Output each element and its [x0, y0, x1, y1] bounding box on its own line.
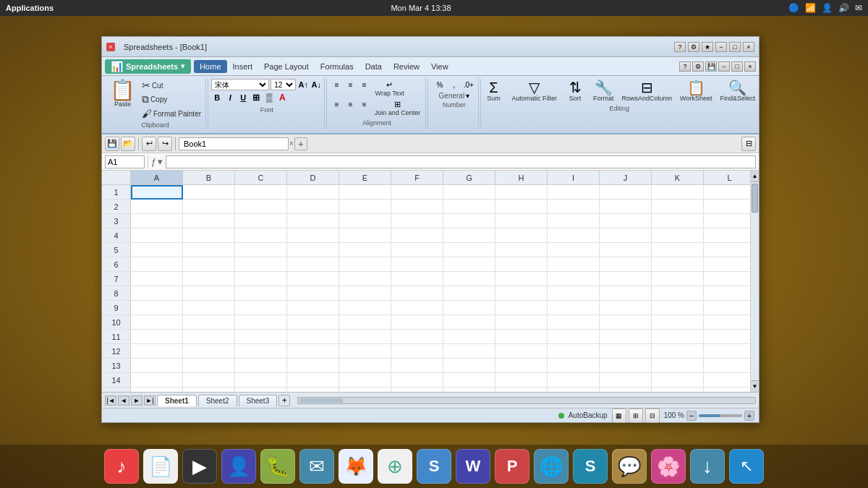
cell-k1[interactable]: [652, 185, 704, 200]
cell-g1[interactable]: [443, 185, 495, 200]
col-header-h[interactable]: H: [495, 171, 548, 184]
paste-button[interactable]: 📋 Paste: [107, 79, 138, 120]
font-color-button[interactable]: A: [276, 92, 288, 103]
italic-button[interactable]: I: [224, 92, 236, 103]
align-top-center-button[interactable]: ≡: [344, 79, 357, 90]
window-minimize-button[interactable]: −: [715, 42, 727, 52]
border-button[interactable]: ⊞: [250, 92, 262, 103]
vertical-scrollbar[interactable]: ▲ ▼: [750, 171, 759, 392]
workbook-tab-input[interactable]: [179, 137, 289, 150]
dock-mail-icon[interactable]: ✉: [299, 449, 334, 484]
row-number-3[interactable]: 3: [102, 214, 131, 228]
cell-d1[interactable]: [287, 185, 339, 200]
cell-e1[interactable]: [339, 185, 391, 200]
align-bottom-right-button[interactable]: ≡: [358, 98, 371, 110]
cell-c1[interactable]: [235, 185, 287, 200]
cell-i1[interactable]: [548, 185, 600, 200]
col-header-e[interactable]: E: [339, 171, 391, 184]
dock-skype-icon[interactable]: S: [573, 449, 608, 484]
sheet-nav-next-button[interactable]: ►: [131, 395, 142, 406]
align-top-left-button[interactable]: ≡: [331, 79, 344, 90]
sheet-nav-last-button[interactable]: ►|: [144, 395, 156, 406]
open-toolbar-btn[interactable]: 📂: [121, 137, 135, 151]
dock-firefox-icon[interactable]: 🦊: [339, 449, 373, 484]
menu-data[interactable]: Data: [359, 60, 388, 73]
cell-b1[interactable]: [183, 185, 235, 200]
help-button[interactable]: ?: [674, 42, 686, 52]
row-number-15[interactable]: 15: [102, 388, 131, 392]
dock-chrome-icon[interactable]: ⊕: [378, 449, 412, 484]
preview-view-button[interactable]: ⊟: [645, 408, 660, 423]
dock-media-icon[interactable]: ▶: [182, 449, 217, 484]
bookmark-button[interactable]: ★: [702, 42, 713, 52]
normal-view-button[interactable]: ▦: [612, 408, 626, 423]
increase-decimal-button[interactable]: .0+: [462, 79, 475, 90]
dock-cursor-icon[interactable]: ↖: [729, 449, 764, 484]
window-maximize-button[interactable]: □: [729, 42, 741, 52]
col-header-a[interactable]: A: [131, 171, 183, 184]
increase-font-button[interactable]: A↑: [297, 79, 309, 90]
dock-photos-icon[interactable]: 🌸: [651, 449, 686, 484]
collapse-toolbar-btn[interactable]: ⊟: [741, 137, 756, 151]
dock-bug-icon[interactable]: 🐛: [260, 449, 295, 484]
add-sheet-button[interactable]: +: [278, 395, 290, 406]
row-number-9[interactable]: 9: [102, 301, 131, 315]
maximize-icon-btn[interactable]: □: [731, 61, 743, 72]
dock-download-icon[interactable]: ↓: [690, 449, 725, 484]
cell-l1[interactable]: [704, 185, 750, 200]
cell-a1[interactable]: [131, 185, 183, 200]
row-number-14[interactable]: 14: [102, 373, 131, 388]
row-number-11[interactable]: 11: [102, 330, 131, 344]
cut-button[interactable]: ✂ Cut: [140, 79, 203, 92]
col-header-l[interactable]: L: [704, 171, 750, 184]
font-size-select[interactable]: 12: [271, 79, 296, 90]
sort-button[interactable]: ⇅ Sort: [562, 79, 588, 103]
formula-expand-icon[interactable]: ▾: [158, 156, 163, 167]
row-number-6[interactable]: 6: [102, 257, 131, 272]
cell-reference-box[interactable]: A1: [105, 155, 145, 168]
config-icon-btn[interactable]: ⚙: [692, 61, 704, 72]
dock-chat-icon[interactable]: 💬: [612, 449, 647, 484]
align-bottom-center-button[interactable]: ≡: [344, 98, 357, 110]
app-menu-button[interactable]: 📊 Spreadsheets ▾: [105, 59, 191, 74]
col-header-d[interactable]: D: [287, 171, 339, 184]
col-header-i[interactable]: I: [548, 171, 600, 184]
menu-formulas[interactable]: Formulas: [315, 60, 359, 73]
formula-input[interactable]: [166, 155, 756, 168]
col-header-f[interactable]: F: [391, 171, 443, 184]
row-number-13[interactable]: 13: [102, 359, 131, 373]
close-tab-button[interactable]: ×: [289, 140, 294, 147]
add-tab-button[interactable]: +: [294, 137, 307, 150]
scroll-up-button[interactable]: ▲: [751, 171, 759, 182]
cell-j1[interactable]: [600, 185, 652, 200]
scroll-track[interactable]: [751, 182, 759, 380]
zoom-out-button[interactable]: −: [686, 411, 697, 421]
bold-button[interactable]: B: [211, 92, 223, 103]
grid-container[interactable]: 1 2: [102, 185, 750, 392]
dock-contacts-icon[interactable]: 👤: [221, 449, 256, 484]
horizontal-scrollbar[interactable]: [297, 397, 756, 404]
row-number-8[interactable]: 8: [102, 286, 131, 301]
find-select-button[interactable]: 🔍 Find&Select: [717, 79, 758, 103]
minimize-icon-btn[interactable]: −: [718, 61, 730, 72]
format-button[interactable]: 🔧 Format: [590, 79, 617, 103]
cell-f1[interactable]: [391, 185, 443, 200]
align-top-right-button[interactable]: ≡: [358, 79, 371, 90]
dock-files-icon[interactable]: 📄: [143, 449, 178, 484]
sum-button[interactable]: Σ Sum: [480, 79, 506, 103]
auto-filter-button[interactable]: ▽ Automatic Filter: [509, 79, 560, 103]
menu-review[interactable]: Review: [388, 60, 425, 73]
row-number-4[interactable]: 4: [102, 228, 131, 243]
sheet-nav-first-button[interactable]: |◄: [105, 395, 116, 406]
sheet-tab-3[interactable]: Sheet3: [239, 395, 278, 406]
function-icon[interactable]: ƒ: [151, 156, 156, 167]
sheet-tab-2[interactable]: Sheet2: [198, 395, 237, 406]
col-header-c[interactable]: C: [235, 171, 287, 184]
wrap-text-button[interactable]: ↵ Wrap Text: [372, 79, 408, 98]
save-icon-btn[interactable]: 💾: [705, 61, 717, 72]
settings-button[interactable]: ⚙: [688, 42, 699, 52]
help-icon-btn[interactable]: ?: [679, 61, 691, 72]
window-close-title-button[interactable]: ×: [743, 42, 754, 52]
menu-view[interactable]: View: [425, 60, 454, 73]
sheet-tab-1[interactable]: Sheet1: [157, 395, 197, 406]
